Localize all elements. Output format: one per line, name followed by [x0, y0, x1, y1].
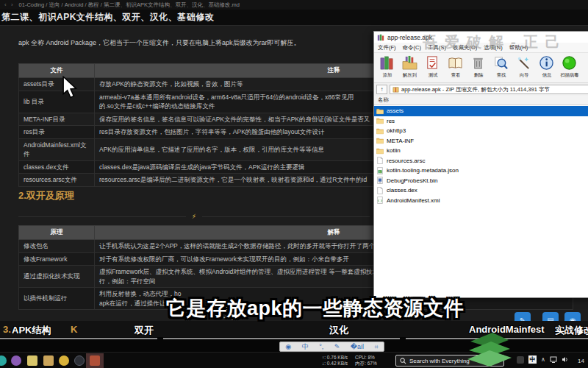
toolbar-button-virus-scan[interactable]: 扫描病毒 [558, 54, 581, 79]
row-key-cell: 修改Framework [19, 252, 95, 266]
active-app-icon[interactable] [90, 355, 100, 366]
file-name: okhttp3 [387, 127, 406, 134]
memory-usage: 内存: 67% [355, 361, 377, 366]
up-directory-button[interactable]: ↑ [376, 85, 387, 94]
file-row-classes.dex[interactable]: classes.dex [374, 185, 588, 196]
archive-file-list: assetsresokhttp3META-INFkotlinresources.… [374, 105, 588, 297]
row-key-cell: AndroidMainfest.xml文件 [19, 138, 95, 160]
folder-icon [376, 127, 384, 135]
net-stats: ↑: 0.76 KB/sCPU: 8% ↓: 0.42 KB/s内存: 67% [322, 355, 377, 367]
green-layers-logo [463, 331, 516, 368]
column-header: 原理 [19, 226, 95, 240]
volume-icon[interactable] [562, 356, 569, 363]
watermark-text: 吾爱破解-正己 [423, 32, 567, 52]
row-key-cell: classes.dex文件 [19, 160, 95, 174]
ime-indicator[interactable]: 中 [528, 355, 537, 364]
winrar-menu-item-1[interactable]: 命令(C) [403, 44, 421, 52]
toolbar-button-find-magnifier[interactable]: 查找 [490, 54, 512, 79]
archive-address-field[interactable]: app-release.apk - ZIP 压缩文件, 解包大小为 11,414… [390, 85, 588, 94]
row-key-cell: 修改包名 [19, 240, 95, 253]
file-row-kotlin[interactable]: kotlin [374, 146, 588, 156]
section3-number-fragment: 3. [3, 324, 11, 335]
toolbar-button-label: 测试 [428, 72, 437, 79]
network-icon[interactable] [550, 356, 557, 363]
xml-file-icon [376, 197, 384, 204]
coin-app-icon[interactable] [59, 355, 69, 366]
breadcrumb: 01-Coding / 逆向 / Android / 教程 / 第二课、初识AP… [19, 1, 240, 9]
toolbar-button-view-book[interactable]: 查看 [444, 54, 467, 79]
file-row-assets[interactable]: assets [374, 106, 588, 116]
ime-mode-icon[interactable]: 中 [302, 343, 309, 350]
chevron-up-icon[interactable]: ∧ [541, 356, 545, 363]
ime-toolbar[interactable]: ◉ 中 °, ✎ �ail ⌗ [279, 342, 384, 352]
telegram-icon[interactable] [11, 355, 21, 366]
app-circle-icon[interactable] [0, 355, 7, 366]
toolbar-button-info-circle[interactable]: 信息 [535, 54, 558, 79]
row-key-cell: 通过虚拟化技术实现 [19, 266, 95, 288]
virus-scan-icon [562, 54, 578, 71]
file-row-kotlin-tooling-metadata.json[interactable]: {}kotlin-tooling-metadata.json [374, 166, 588, 176]
file-name: assets [387, 107, 404, 114]
nav-arrows-icon[interactable]: ‹ › [4, 1, 15, 8]
file-row-DebugProbesKt.bin[interactable]: DebugProbesKt.bin [374, 176, 588, 186]
lightning-bolt-icon: ⚡ [186, 213, 202, 220]
archive-address-text: app-release.apk - ZIP 压缩文件, 解包大小为 11,414… [401, 86, 550, 93]
toolbar-button-delete-trash[interactable]: 删除 [467, 54, 490, 79]
find-magnifier-icon [493, 54, 509, 71]
ime-keyboard-icon[interactable]: ⌗ [375, 343, 379, 350]
intro-paragraph: apk 全称 Android Package，它相当于一个压缩文件，只要在电脑上… [18, 38, 364, 48]
row-key-cell: assets目录 [19, 78, 95, 91]
ime-logo-icon[interactable]: ◉ [285, 343, 291, 350]
folder-icon [376, 117, 384, 124]
json-file-icon: {} [376, 167, 384, 174]
file-name: res [387, 118, 395, 124]
tray-app-icon[interactable] [517, 356, 524, 364]
info-circle-icon [539, 54, 555, 71]
ime-board-icon[interactable]: �ail [351, 343, 364, 350]
row-key-cell: res目录 [19, 126, 95, 139]
extract-folder-icon [402, 54, 418, 71]
folder-app-icon[interactable] [43, 355, 54, 366]
file-row-okhttp3[interactable]: okhttp3 [374, 126, 588, 136]
test-page-icon [425, 54, 441, 71]
notes-icon[interactable] [27, 355, 37, 366]
toolbar-button-label: 查找 [496, 72, 506, 79]
file-row-META-INF[interactable]: META-INF [374, 136, 588, 146]
breadcrumb-bar: ‹ › 01-Coding / 逆向 / Android / 教程 / 第二课、… [0, 0, 588, 10]
steam-icon[interactable] [74, 355, 85, 366]
toolbar-button-label: 解压到 [403, 72, 417, 79]
file-name: META-INF [387, 138, 414, 144]
cpu-usage: CPU: 8% [355, 355, 375, 360]
toolbar-button-wizard-wand[interactable]: 向导 [512, 54, 535, 79]
toolbar-button-label: 向导 [519, 72, 528, 79]
file-row-AndroidManifest.xml[interactable]: AndroidManifest.xml [374, 196, 588, 206]
section-divider: ⚡ [18, 213, 370, 220]
clock[interactable]: 14 [578, 358, 584, 364]
file-row-res[interactable]: res [374, 116, 588, 127]
toolbar-button-label: 添加 [382, 72, 392, 79]
winrar-logo-icon [377, 34, 384, 41]
winrar-window: app-release.apk 文件(F)命令(C)工具(S)收藏夹(O)选项(… [373, 31, 588, 298]
file-icon [376, 157, 384, 164]
title-bar: 第二课、初识APK文件结构、双开、汉化、基础修改 [0, 10, 588, 26]
winrar-menu-item-0[interactable]: 文件(F) [378, 44, 396, 52]
section3-tail-fragment: K [71, 324, 77, 335]
toolbar-button-extract-folder[interactable]: 解压到 [398, 54, 421, 79]
upload-speed: ↑: 0.76 KB/s [322, 355, 348, 360]
ime-pen-icon[interactable]: ✎ [334, 343, 340, 350]
folder-icon [376, 137, 384, 144]
toolbar-button-label: 删除 [473, 72, 483, 79]
view-book-icon [448, 54, 464, 71]
ime-symbol-icon[interactable]: °, [319, 343, 323, 350]
toolbar-button-test-page[interactable]: 测试 [421, 54, 444, 79]
search-icon [400, 358, 406, 364]
file-name: resources.arsc [387, 158, 425, 164]
file-row-resources.arsc[interactable]: resources.arsc [374, 156, 588, 166]
name-column-header[interactable]: 名称 [374, 96, 588, 105]
row-key-cell: 以插件机制运行 [19, 288, 95, 310]
toolbar-button-add-books[interactable]: 添加 [376, 54, 398, 79]
winrar-addressbar: ↑ app-release.apk - ZIP 压缩文件, 解包大小为 11,4… [374, 83, 588, 96]
toolbar-button-label: 信息 [542, 72, 551, 79]
row-key-cell: lib 目录 [19, 91, 95, 113]
folder-icon [376, 147, 384, 155]
